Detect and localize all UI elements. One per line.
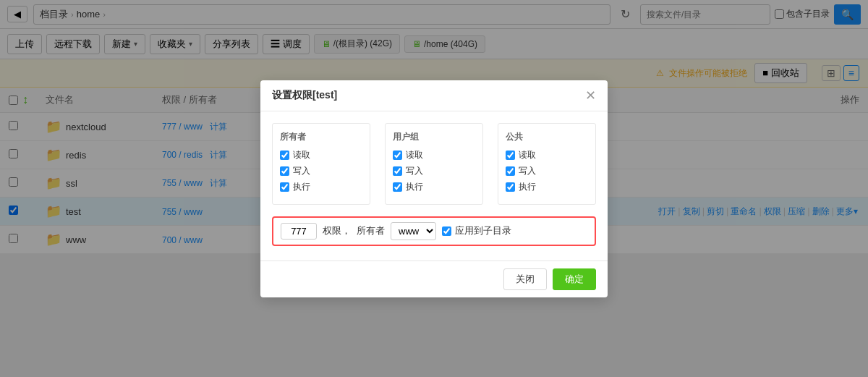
perm-checkbox-0-2[interactable] [280, 182, 289, 192]
perm-check-label: 读取 [293, 149, 310, 161]
perm-check-label: 读取 [519, 149, 536, 161]
perm-checkbox-1-2[interactable] [393, 182, 402, 192]
perm-section-0: 所有者 读取 写入 执行 [272, 123, 370, 205]
perm-section-title: 所有者 [280, 131, 362, 143]
perm-check-label: 写入 [293, 165, 310, 177]
perm-section-1: 用户组 读取 写入 执行 [385, 123, 483, 205]
perm-check-label: 执行 [406, 181, 423, 193]
perm-section-title: 公共 [506, 131, 588, 143]
modal-overlay: 设置权限[test] ✕ 所有者 读取 写入 执行 用户组 读取 [0, 0, 868, 254]
modal-title: 设置权限[test] [272, 89, 337, 102]
modal-body: 所有者 读取 写入 执行 用户组 读取 写入 [260, 111, 608, 255]
apply-sub-check: 应用到子目录 [442, 224, 511, 237]
perm-check-0-1: 写入 [280, 165, 362, 177]
apply-sub-checkbox[interactable] [442, 226, 451, 236]
perm-checkbox-2-0[interactable] [506, 151, 515, 160]
perm-check-1-2: 执行 [393, 181, 475, 193]
apply-sub-label: 应用到子目录 [455, 224, 511, 237]
perm-section-title: 用户组 [393, 131, 475, 143]
perm-check-1-1: 写入 [393, 165, 475, 177]
perm-number-input[interactable] [281, 223, 317, 240]
perm-checkbox-0-0[interactable] [280, 151, 289, 160]
perm-check-label: 写入 [406, 165, 423, 177]
owner-label: 所有者 [357, 224, 385, 237]
modal-close-button[interactable]: ✕ [585, 89, 596, 102]
perm-section-2: 公共 读取 写入 执行 [498, 123, 596, 205]
perm-check-0-0: 读取 [280, 149, 362, 161]
permission-modal: 设置权限[test] ✕ 所有者 读取 写入 执行 用户组 读取 [260, 80, 608, 255]
perm-checkbox-2-1[interactable] [506, 166, 515, 176]
perm-checkbox-0-1[interactable] [280, 166, 289, 176]
modal-header: 设置权限[test] ✕ [260, 80, 608, 111]
perm-sections: 所有者 读取 写入 执行 用户组 读取 写入 [272, 123, 596, 205]
perm-check-1-0: 读取 [393, 149, 475, 161]
perm-label: 权限， [323, 224, 351, 237]
perm-check-2-1: 写入 [506, 165, 588, 177]
perm-check-0-2: 执行 [280, 181, 362, 193]
perm-check-label: 读取 [406, 149, 423, 161]
perm-bottom-row: 权限， 所有者 wwwrootredis 应用到子目录 [272, 216, 596, 246]
perm-checkbox-1-1[interactable] [393, 166, 402, 176]
perm-check-label: 执行 [519, 181, 536, 193]
perm-check-2-2: 执行 [506, 181, 588, 193]
perm-check-label: 写入 [519, 165, 536, 177]
perm-checkbox-1-0[interactable] [393, 151, 402, 160]
perm-check-label: 执行 [293, 181, 310, 193]
perm-checkbox-2-2[interactable] [506, 182, 515, 192]
perm-check-2-0: 读取 [506, 149, 588, 161]
owner-select[interactable]: wwwrootredis [391, 222, 436, 240]
